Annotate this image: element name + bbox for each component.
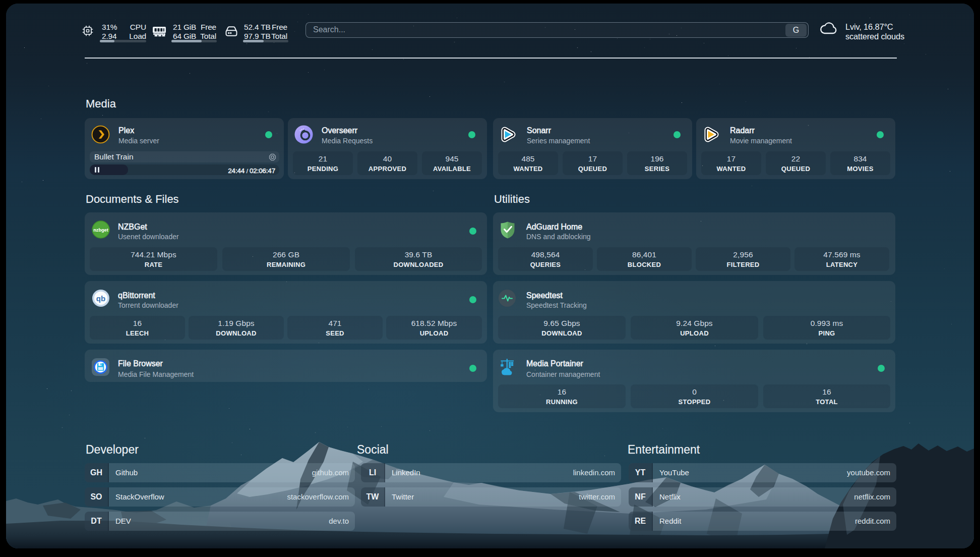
svg-text:nzbget: nzbget (93, 228, 108, 233)
svg-text:qb: qb (96, 294, 105, 303)
